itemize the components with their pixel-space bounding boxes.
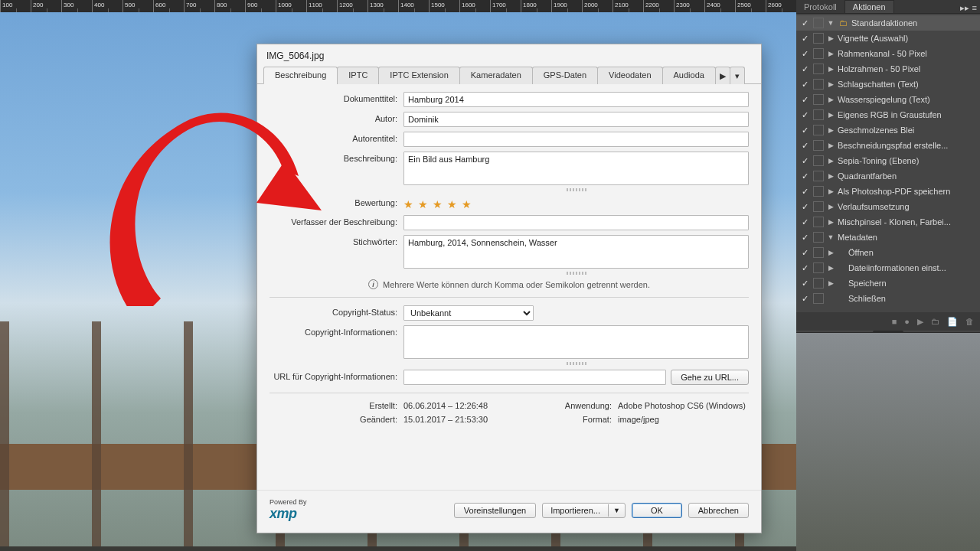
resize-handle-icon[interactable] [567,272,586,275]
dialog-tab[interactable]: IPTC [337,67,379,84]
disclosure-icon[interactable]: ▶ [827,111,835,119]
disclosure-icon[interactable]: ▼ [827,19,835,27]
tab-protokoll[interactable]: Protokoll [796,0,844,13]
disclosure-icon[interactable]: ▶ [827,218,835,226]
tree-row[interactable]: ✓▶Beschneidungspfad erstelle... [796,138,980,153]
star-icon[interactable]: ★ [403,198,413,210]
disclosure-icon[interactable]: ▶ [827,264,835,272]
input-dokumenttitel[interactable] [403,92,749,107]
disclosure-icon[interactable]: ▶ [827,142,835,149]
checkmark-icon[interactable]: ✓ [799,247,810,258]
dialog-tab[interactable]: Beschreibung [263,67,338,84]
tree-row[interactable]: ✓▼Metadaten [796,230,980,245]
tree-row[interactable]: ✓▶Wasserspiegelung (Text) [796,92,980,107]
trash-icon[interactable]: 🗑 [965,317,974,326]
checkmark-icon[interactable]: ✓ [799,232,810,243]
checkmark-icon[interactable]: ✓ [799,217,810,227]
panel-collapse-icon[interactable]: ▸▸ [960,3,969,13]
play-icon[interactable]: ▶ [917,317,923,327]
dialog-toggle-box[interactable] [813,262,824,273]
dialog-toggle-box[interactable] [813,232,824,243]
disclosure-icon[interactable]: ▶ [827,96,835,103]
disclosure-icon[interactable]: ▶ [827,34,835,42]
checkmark-icon[interactable]: ✓ [799,140,810,151]
abbrechen-button[interactable]: Abbrechen [688,503,749,518]
tree-row[interactable]: ✓▶Als Photoshop-PDF speichern [796,184,980,199]
dialog-tab[interactable]: IPTC Extension [378,67,459,84]
importieren-button[interactable]: Importieren...▼ [542,503,626,518]
tree-row[interactable]: ✓▶Geschmolzenes Blei [796,122,980,138]
tree-row[interactable]: ✓▶Dateiinformationen einst... [796,260,980,276]
dialog-toggle-box[interactable] [813,278,824,289]
checkmark-icon[interactable]: ✓ [799,109,810,120]
checkmark-icon[interactable]: ✓ [799,64,810,74]
checkmark-icon[interactable]: ✓ [799,48,810,59]
input-copyright-url[interactable] [403,370,666,385]
checkmark-icon[interactable]: ✓ [799,186,810,197]
tree-row[interactable]: ✓▶Verlaufsumsetzung [796,199,980,214]
input-autorentitel[interactable] [403,132,749,147]
star-icon[interactable]: ★ [433,198,443,210]
disclosure-icon[interactable]: ▶ [827,249,835,256]
dialog-toggle-box[interactable] [813,64,824,74]
new-action-icon[interactable]: 📄 [947,317,958,327]
record-icon[interactable]: ● [904,317,910,326]
checkmark-icon[interactable]: ✓ [799,155,810,166]
tree-header-row[interactable]: ✓ ▼ 🗀 Standardaktionen [796,15,980,31]
checkmark-icon[interactable]: ✓ [799,33,810,44]
tab-aktionen[interactable]: Aktionen [844,0,894,13]
tabs-scroll-right-icon[interactable]: ▶ [715,67,730,84]
rating-stars[interactable]: ★★★★★ [403,196,749,210]
disclosure-icon[interactable]: ▶ [827,157,835,165]
tree-row[interactable]: ✓Schließen [796,291,980,306]
dialog-tab[interactable]: Videodaten [597,67,662,84]
dialog-toggle-box[interactable] [813,48,824,59]
checkmark-icon[interactable]: ✓ [799,94,810,105]
checkmark-icon[interactable]: ✓ [799,171,810,181]
checkmark-icon[interactable]: ✓ [799,125,810,135]
tree-row[interactable]: ✓▶Rahmenkanal - 50 Pixel [796,46,980,61]
input-autor[interactable] [403,112,749,127]
ok-button[interactable]: OK [632,503,682,518]
star-icon[interactable]: ★ [418,198,428,210]
dialog-toggle-box[interactable] [813,217,824,227]
dialog-toggle-box[interactable] [813,109,824,120]
dialog-toggle-box[interactable] [813,33,824,44]
tree-row[interactable]: ✓▶Sepia-Toning (Ebene) [796,153,980,168]
tabs-menu-icon[interactable]: ▾ [730,67,745,84]
disclosure-icon[interactable]: ▶ [827,279,835,287]
disclosure-icon[interactable]: ▶ [827,80,835,88]
dialog-toggle-box[interactable] [813,247,824,258]
tree-row[interactable]: ✓▶Holzrahmen - 50 Pixel [796,61,980,77]
textarea-stichwoerter[interactable]: Hamburg, 2014, Sonnenschein, Wasser [403,235,749,269]
dialog-toggle-box[interactable] [813,171,824,181]
tree-row[interactable]: ✓▶Öffnen [796,245,980,260]
checkmark-icon[interactable]: ✓ [799,262,810,273]
disclosure-icon[interactable]: ▼ [827,233,835,241]
dialog-toggle-box[interactable] [813,79,824,90]
checkmark-icon[interactable]: ✓ [799,79,810,90]
disclosure-icon[interactable]: ▶ [827,65,835,73]
star-icon[interactable]: ★ [447,198,457,210]
dialog-tab[interactable]: Audioda [662,67,716,84]
disclosure-icon[interactable]: ▶ [827,126,835,134]
tree-row[interactable]: ✓▶Vignette (Auswahl) [796,31,980,46]
select-copyright-status[interactable]: Unbekannt [403,305,534,321]
dialog-toggle-box[interactable] [813,186,824,197]
tree-row[interactable]: ✓▶Speichern [796,276,980,291]
panel-menu-icon[interactable]: ≡ [972,3,977,13]
tree-row[interactable]: ✓▶Eigenes RGB in Graustufen [796,107,980,122]
dialog-toggle-box[interactable] [813,140,824,151]
dialog-toggle-box[interactable] [813,201,824,212]
checkmark-icon[interactable]: ✓ [799,18,810,28]
tree-row[interactable]: ✓▶Quadrantfarben [796,168,980,184]
disclosure-icon[interactable]: ▶ [827,187,835,195]
dialog-toggle-box[interactable] [813,293,824,304]
dialog-toggle-box[interactable] [813,18,824,28]
checkmark-icon[interactable]: ✓ [799,293,810,304]
dialog-toggle-box[interactable] [813,125,824,135]
dialog-tab[interactable]: Kameradaten [459,67,533,84]
dialog-toggle-box[interactable] [813,94,824,105]
new-set-icon[interactable]: 🗀 [931,317,939,326]
tree-row[interactable]: ✓▶Schlagschatten (Text) [796,77,980,92]
